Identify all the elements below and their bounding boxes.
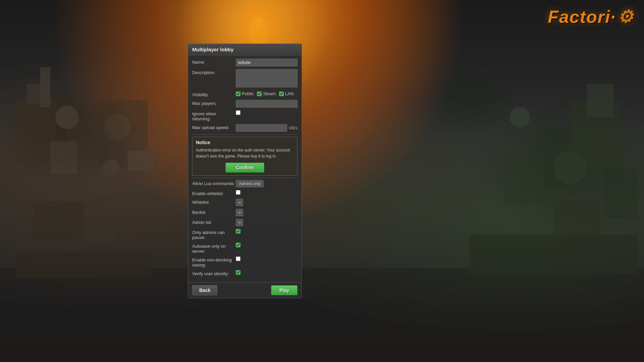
only-admins-pause-label: Only admins can pause: (192, 229, 236, 240)
non-blocking-saving-label: Enable non-blocking saving: (192, 256, 236, 267)
visibility-lan-item: LAN (279, 91, 293, 96)
verify-identity-label: Verify user identity: (192, 270, 236, 276)
only-admins-pause-checkbox[interactable] (236, 229, 240, 234)
verify-identity-field (236, 270, 298, 276)
whitelist-row: Whitelist ✏ (192, 199, 298, 206)
whitelist-edit-button[interactable]: ✏ (236, 199, 243, 206)
admin-list-edit-button[interactable]: ✏ (236, 219, 243, 226)
visibility-public-label: Public (242, 91, 254, 96)
description-row: Description: (192, 69, 298, 88)
max-players-input[interactable] (236, 100, 298, 108)
multiplayer-lobby-dialog: Multiplayer lobby Name: Description: Vis… (188, 44, 302, 298)
autosave-server-checkbox[interactable] (236, 243, 240, 247)
allow-commands-label: Allow Lua commands: (192, 180, 236, 186)
verify-identity-row: Verify user identity: (192, 270, 298, 276)
dialog-title: Multiplayer lobby (188, 44, 302, 55)
non-blocking-saving-row: Enable non-blocking saving: (192, 256, 298, 267)
divider-2 (192, 178, 298, 178)
app-logo: Factori·⚙ (548, 7, 634, 27)
dialog-footer: Back Play (188, 282, 302, 298)
admin-list-row: Admin list ✏ (192, 219, 298, 226)
max-upload-row: Max upload speed: kB/s (192, 124, 298, 132)
autosave-server-label: Autosave only on server: (192, 243, 236, 254)
notice-title: Notice (196, 140, 294, 145)
non-blocking-saving-field (236, 256, 298, 262)
ignore-returning-label: Ignore when returning: (192, 110, 236, 121)
description-field-container (236, 69, 298, 88)
enable-whitelist-checkbox[interactable] (236, 190, 240, 195)
max-upload-input[interactable] (236, 124, 287, 132)
notice-text: Authentication error on the auth server:… (196, 147, 294, 159)
description-input[interactable] (236, 69, 298, 87)
banlist-label: Banlist (192, 209, 236, 215)
admin-list-edit-container: ✏ (236, 219, 298, 226)
dialog-body: Name: Description: Visibility Public (188, 55, 302, 282)
visibility-row: Visibility Public Steam LAN (192, 91, 298, 97)
autosave-server-field (236, 243, 298, 248)
banlist-row: Banlist ✏ (192, 209, 298, 216)
verify-identity-checkbox[interactable] (236, 270, 240, 275)
max-upload-field-container: kB/s (236, 124, 298, 132)
visibility-lan-label: LAN (285, 91, 293, 96)
visibility-label: Visibility (192, 91, 236, 97)
max-players-label: Max players: (192, 100, 236, 106)
admin-list-label: Admin list (192, 219, 236, 225)
visibility-options: Public Steam LAN (236, 91, 298, 96)
only-admins-pause-row: Only admins can pause: (192, 229, 298, 240)
visibility-public-checkbox[interactable] (236, 92, 240, 96)
notice-box: Notice Authentication error on the auth … (192, 137, 298, 176)
name-field-container (236, 59, 298, 66)
banlist-edit-container: ✏ (236, 209, 298, 216)
back-button[interactable]: Back (192, 285, 217, 295)
banlist-edit-button[interactable]: ✏ (236, 209, 243, 216)
enable-whitelist-label: Enable whitelist: (192, 190, 236, 196)
ignore-returning-row: Ignore when returning: (192, 110, 298, 121)
autosave-server-row: Autosave only on server: (192, 243, 298, 254)
non-blocking-saving-checkbox[interactable] (236, 256, 240, 261)
name-label: Name: (192, 59, 236, 65)
whitelist-edit-container: ✏ (236, 199, 298, 206)
confirm-button[interactable]: Confirm (225, 163, 264, 173)
visibility-public-item: Public (236, 91, 254, 96)
enable-whitelist-field (236, 190, 298, 196)
whitelist-label: Whitelist (192, 199, 236, 205)
max-upload-label: Max upload speed: (192, 124, 236, 130)
visibility-lan-checkbox[interactable] (279, 92, 284, 96)
visibility-steam-checkbox[interactable] (257, 92, 262, 96)
allow-commands-field: Admins only (236, 180, 298, 187)
description-label: Description: (192, 69, 236, 75)
ignore-returning-field (236, 110, 298, 116)
visibility-steam-item: Steam (257, 91, 276, 96)
only-admins-pause-field (236, 229, 298, 235)
logo-text: Factori· (548, 7, 616, 27)
name-row: Name: (192, 59, 298, 66)
divider-1 (192, 134, 298, 135)
upload-unit: kB/s (289, 125, 298, 130)
play-button[interactable]: Play (271, 285, 298, 295)
visibility-steam-label: Steam (263, 91, 276, 96)
enable-whitelist-row: Enable whitelist: (192, 190, 298, 196)
allow-commands-dropdown[interactable]: Admins only (236, 180, 264, 187)
name-input[interactable] (236, 59, 298, 66)
allow-commands-row: Allow Lua commands: Admins only (192, 180, 298, 187)
logo-gear: ⚙ (618, 7, 634, 27)
ignore-returning-checkbox[interactable] (236, 110, 240, 115)
max-players-row: Max players: (192, 100, 298, 108)
max-players-field-container (236, 100, 298, 108)
